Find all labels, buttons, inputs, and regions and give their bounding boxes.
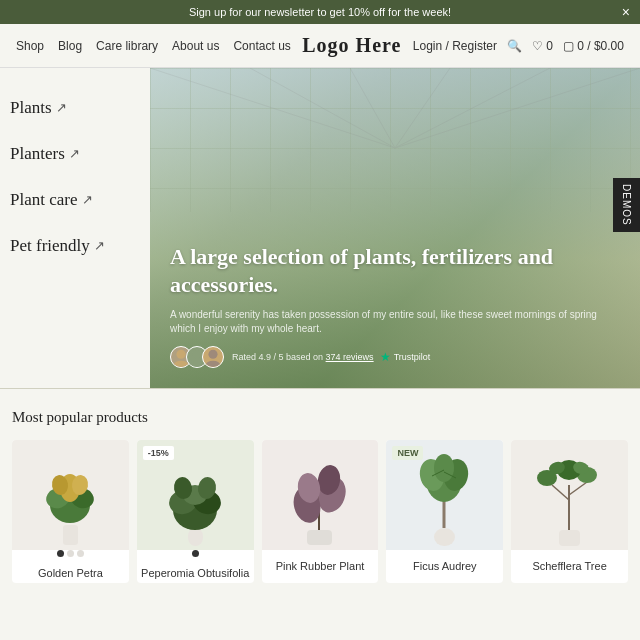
sidebar-pet-friendly-arrow: ↗ [94, 238, 105, 254]
product-card-5[interactable]: Schefflera Tree [511, 440, 628, 583]
plant-ficus-audrey [412, 450, 477, 550]
logo[interactable]: Logo Here [302, 34, 401, 57]
plant-peperomia [163, 450, 228, 550]
avatar-3 [202, 346, 224, 368]
sidebar-plant-care-arrow: ↗ [82, 192, 93, 208]
product-name-2: Peperomia Obtusifolia [137, 561, 254, 583]
product-image-3 [262, 440, 379, 550]
dot [67, 550, 74, 557]
svg-point-11 [206, 361, 221, 367]
svg-rect-19 [188, 528, 203, 546]
product-card-3[interactable]: Pink Rubber Plant [262, 440, 379, 583]
sidebar-item-pet-friendly[interactable]: Pet friendly ↗ [10, 236, 140, 256]
trustpilot-star: ★ [380, 350, 391, 364]
svg-point-10 [208, 350, 217, 359]
plant-schefflera [537, 450, 602, 550]
svg-rect-40 [559, 530, 580, 546]
product-card-1[interactable]: Golden Petra [12, 440, 129, 583]
product-dots-1 [12, 550, 129, 561]
demos-button[interactable]: DEMOS [613, 178, 640, 232]
product-dots-2 [137, 550, 254, 561]
svg-line-1 [395, 68, 640, 148]
main-nav: Shop Blog Care library About us Contact … [16, 39, 291, 53]
hero-rating: Rated 4.9 / 5 based on 374 reviews ★ Tru… [170, 346, 600, 368]
rating-text: Rated 4.9 / 5 based on 374 reviews [232, 352, 374, 362]
sidebar-pet-friendly-label: Pet friendly [10, 236, 90, 256]
svg-point-37 [434, 454, 454, 482]
announcement-close[interactable]: × [622, 4, 630, 20]
product-card-4[interactable]: NEW Ficus Audrey [386, 440, 503, 583]
trustpilot-badge: ★ Trustpilot [380, 350, 431, 364]
main-layout: Plants ↗ Planters ↗ Plant care ↗ Pet fri… [0, 68, 640, 388]
reviewer-avatars [170, 346, 218, 368]
svg-line-43 [569, 482, 587, 495]
svg-rect-12 [63, 525, 78, 545]
sidebar-item-plants[interactable]: Plants ↗ [10, 98, 140, 118]
product-badge-2: -15% [143, 446, 174, 460]
product-name-5: Schefflera Tree [511, 554, 628, 576]
popular-products-section: Most popular products Golden P [0, 389, 640, 595]
sidebar-plants-label: Plants [10, 98, 52, 118]
product-name-3: Pink Rubber Plant [262, 554, 379, 576]
cart-icon[interactable]: ▢ 0 / $0.00 [563, 39, 624, 53]
sidebar-planters-label: Planters [10, 144, 65, 164]
svg-point-8 [192, 350, 201, 359]
svg-line-5 [395, 68, 550, 148]
search-icon[interactable]: 🔍 [507, 39, 522, 53]
dot [77, 550, 84, 557]
svg-point-6 [176, 350, 185, 359]
dot [192, 550, 199, 557]
sidebar-plant-care-label: Plant care [10, 190, 78, 210]
sidebar-item-planters[interactable]: Planters ↗ [10, 144, 140, 164]
trustpilot-label: Trustpilot [394, 352, 431, 362]
product-name-1: Golden Petra [12, 561, 129, 583]
svg-rect-32 [434, 528, 455, 546]
sidebar-plants-arrow: ↗ [56, 100, 67, 116]
sidebar-item-plant-care[interactable]: Plant care ↗ [10, 190, 140, 210]
plant-golden-petra [38, 450, 103, 550]
header: Shop Blog Care library About us Contact … [0, 24, 640, 68]
login-link[interactable]: Login / Register [413, 39, 497, 53]
svg-line-4 [395, 68, 450, 148]
wishlist-icon[interactable]: ♡ 0 [532, 39, 553, 53]
sidebar: Plants ↗ Planters ↗ Plant care ↗ Pet fri… [0, 68, 150, 388]
product-image-1 [12, 440, 129, 550]
sidebar-planters-arrow: ↗ [69, 146, 80, 162]
nav-about[interactable]: About us [172, 39, 219, 53]
product-badge-4: NEW [392, 446, 423, 460]
hero-title: A large selection of plants, fertilizers… [170, 243, 600, 300]
nav-shop[interactable]: Shop [16, 39, 44, 53]
product-card-2[interactable]: -15% Peperomia Obtusifolia [137, 440, 254, 583]
hero-content: A large selection of plants, fertilizers… [170, 243, 600, 368]
hero-subtitle: A wonderful serenity has taken possessio… [170, 308, 600, 336]
product-name-4: Ficus Audrey [386, 554, 503, 576]
nav-care-library[interactable]: Care library [96, 39, 158, 53]
announcement-text: Sign up for our newsletter to get 10% of… [189, 6, 451, 18]
svg-line-42 [552, 485, 569, 500]
rating-link[interactable]: 374 reviews [326, 352, 374, 362]
header-actions: Login / Register 🔍 ♡ 0 ▢ 0 / $0.00 [413, 39, 624, 53]
svg-rect-26 [307, 530, 332, 545]
announcement-bar: Sign up for our newsletter to get 10% of… [0, 0, 640, 24]
popular-section-title: Most popular products [12, 409, 628, 426]
products-grid: Golden Petra -15% Peperomia Obtusifolia [12, 440, 628, 583]
hero-section: DEMOS A large selection of plants, ferti… [150, 68, 640, 388]
nav-blog[interactable]: Blog [58, 39, 82, 53]
dot [57, 550, 64, 557]
nav-contact[interactable]: Contact us [233, 39, 290, 53]
plant-pink-rubber [287, 450, 352, 550]
product-image-5 [511, 440, 628, 550]
